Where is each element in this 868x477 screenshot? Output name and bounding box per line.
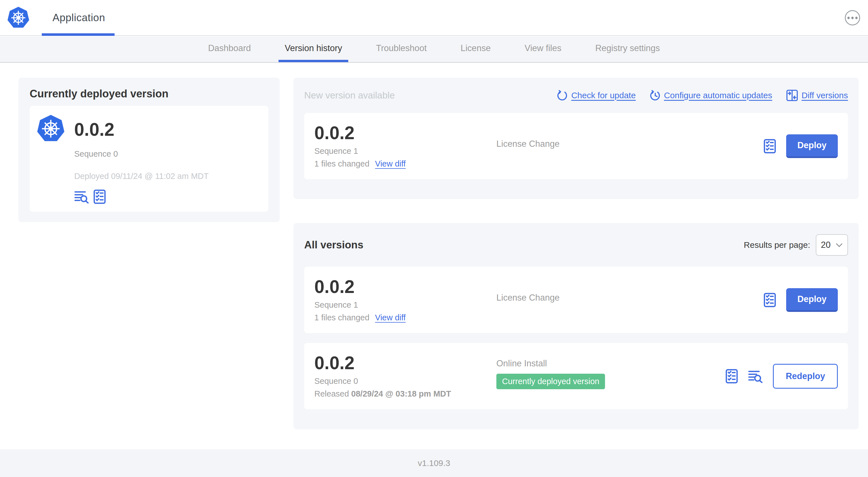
version-released-timestamp: Released 08/29/24 @ 03:18 pm MDT bbox=[314, 389, 451, 398]
app-header: Application bbox=[0, 0, 868, 36]
kubernetes-logo-icon bbox=[7, 6, 29, 29]
version-number: 0.0.2 bbox=[314, 354, 354, 372]
all-versions-title: All versions bbox=[304, 239, 364, 251]
view-logs-button[interactable] bbox=[74, 190, 89, 204]
app-active-underline bbox=[42, 33, 115, 36]
checklist-icon bbox=[93, 189, 106, 204]
version-number: 0.0.2 bbox=[314, 124, 354, 142]
deployed-version-number: 0.0.2 bbox=[74, 121, 114, 139]
new-version-title: New version available bbox=[304, 90, 395, 101]
checklist-icon bbox=[764, 139, 776, 153]
tab-dashboard[interactable]: Dashboard bbox=[202, 36, 257, 62]
logs-icon bbox=[74, 190, 89, 204]
version-sequence: Sequence 1 bbox=[314, 147, 358, 156]
tab-license[interactable]: License bbox=[454, 36, 497, 62]
redeploy-button[interactable]: Redeploy bbox=[773, 364, 838, 389]
clock-refresh-icon bbox=[650, 90, 660, 101]
version-row: 0.0.2 Sequence 0 Released 08/29/24 @ 03:… bbox=[304, 343, 848, 409]
configure-automatic-updates-link[interactable]: Configure automatic updates bbox=[650, 90, 772, 101]
currently-deployed-title: Currently deployed version bbox=[30, 88, 168, 100]
deploy-button[interactable]: Deploy bbox=[786, 135, 838, 158]
chevron-down-icon bbox=[836, 242, 843, 247]
view-diff-link[interactable]: View diff bbox=[375, 159, 406, 169]
files-changed-label: 1 files changed bbox=[314, 159, 369, 169]
app-title: Application bbox=[53, 0, 105, 35]
preflight-checks-button[interactable] bbox=[725, 369, 738, 384]
deploy-button[interactable]: Deploy bbox=[786, 288, 838, 312]
tab-registry-settings[interactable]: Registry settings bbox=[589, 36, 666, 62]
check-for-update-link[interactable]: Check for update bbox=[557, 90, 636, 101]
version-sequence: Sequence 1 bbox=[314, 300, 358, 309]
tab-troubleshoot[interactable]: Troubleshoot bbox=[370, 36, 433, 62]
refresh-icon bbox=[557, 90, 568, 101]
preflight-checks-button[interactable] bbox=[93, 189, 106, 204]
logs-icon bbox=[748, 369, 763, 383]
view-diff-link[interactable]: View diff bbox=[375, 313, 406, 322]
version-source-label: License Change bbox=[496, 139, 560, 149]
diff-icon bbox=[786, 89, 798, 101]
preflight-checks-button[interactable] bbox=[764, 139, 776, 153]
more-options-button[interactable] bbox=[845, 10, 860, 25]
app-footer: v1.109.3 bbox=[0, 449, 868, 477]
all-versions-panel: All versions Results per page: 20 0.0.2 … bbox=[293, 223, 859, 429]
console-version: v1.109.3 bbox=[417, 458, 450, 468]
new-version-card: 0.0.2 Sequence 1 1 files changed View di… bbox=[304, 113, 848, 179]
view-logs-button[interactable] bbox=[748, 369, 763, 383]
version-row: 0.0.2 Sequence 1 1 files changed View di… bbox=[304, 267, 848, 333]
version-source-label: License Change bbox=[496, 293, 560, 303]
ellipsis-icon bbox=[847, 17, 850, 19]
diff-versions-link[interactable]: Diff versions bbox=[786, 89, 848, 101]
version-sequence: Sequence 0 bbox=[314, 377, 358, 386]
version-number: 0.0.2 bbox=[314, 278, 354, 296]
files-changed-label: 1 files changed bbox=[314, 313, 369, 322]
deployed-timestamp: Deployed 09/11/24 @ 11:02 am MDT bbox=[74, 172, 209, 181]
new-version-panel: New version available Check for update bbox=[293, 78, 859, 199]
preflight-checks-button[interactable] bbox=[764, 293, 776, 307]
kubernetes-app-icon bbox=[37, 114, 65, 143]
currently-deployed-panel: Currently deployed version bbox=[18, 78, 280, 222]
results-per-page-label: Results per page: bbox=[744, 240, 810, 250]
app-nav-tabs: Dashboard Version history Troubleshoot L… bbox=[0, 36, 868, 63]
tab-view-files[interactable]: View files bbox=[518, 36, 567, 62]
checklist-icon bbox=[725, 369, 738, 384]
currently-deployed-badge: Currently deployed version bbox=[496, 374, 605, 389]
tab-version-history[interactable]: Version history bbox=[279, 36, 348, 62]
results-per-page-select[interactable]: 20 bbox=[816, 234, 848, 256]
deployed-sequence: Sequence 0 bbox=[74, 149, 118, 159]
checklist-icon bbox=[764, 293, 776, 307]
version-source-label: Online Install bbox=[496, 358, 547, 368]
currently-deployed-card: 0.0.2 Sequence 0 Deployed 09/11/24 @ 11:… bbox=[30, 106, 268, 212]
